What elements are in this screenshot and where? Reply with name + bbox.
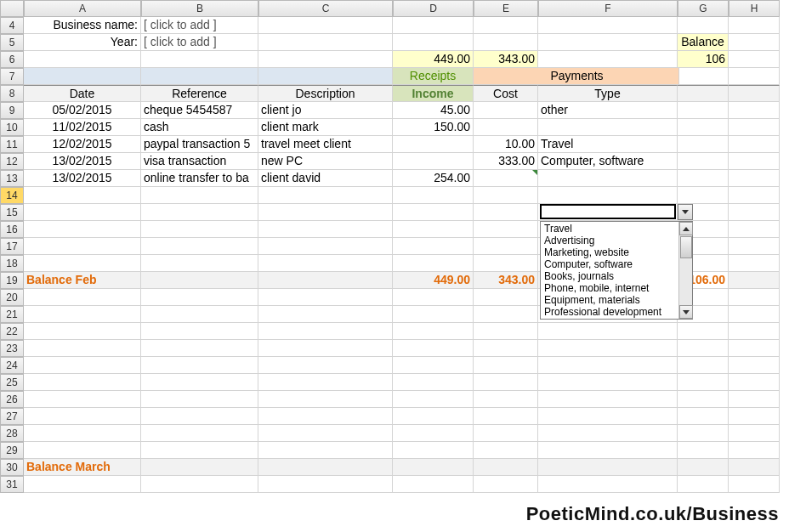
cell-C29[interactable] <box>258 442 393 459</box>
column-header-A[interactable]: A <box>24 0 141 17</box>
cell-B17[interactable] <box>141 238 258 255</box>
row-header-21[interactable]: 21 <box>0 306 24 323</box>
cell-H6[interactable] <box>729 51 780 68</box>
dropdown-option[interactable]: Equipment, materials <box>541 294 692 306</box>
cell-E24[interactable] <box>474 357 538 374</box>
cell-H19[interactable] <box>729 272 780 289</box>
cell-A8[interactable]: Date <box>24 85 141 102</box>
row-header-12[interactable]: 12 <box>0 153 24 170</box>
cell-H30[interactable] <box>729 459 780 476</box>
cell-D20[interactable] <box>393 289 474 306</box>
cell-D31[interactable] <box>393 476 474 493</box>
row-header-30[interactable]: 30 <box>0 459 24 476</box>
cell-G9[interactable] <box>678 102 729 119</box>
cell-F27[interactable] <box>538 408 678 425</box>
cell-C6[interactable] <box>258 51 393 68</box>
cell-B9[interactable]: cheque 5454587 <box>141 102 258 119</box>
cell-C20[interactable] <box>258 289 393 306</box>
cell-C5[interactable] <box>258 34 393 51</box>
cell-B12[interactable]: visa transaction <box>141 153 258 170</box>
cell-G24[interactable] <box>678 357 729 374</box>
cell-C31[interactable] <box>258 476 393 493</box>
cell-H21[interactable] <box>729 306 780 323</box>
cell-C17[interactable] <box>258 238 393 255</box>
cell-G23[interactable] <box>678 340 729 357</box>
scroll-down-icon[interactable] <box>679 305 693 319</box>
cell-G11[interactable] <box>678 136 729 153</box>
cell-C11[interactable]: travel meet client <box>258 136 393 153</box>
cell-B15[interactable] <box>141 204 258 221</box>
cell-C26[interactable] <box>258 391 393 408</box>
cell-F22[interactable] <box>538 323 678 340</box>
cell-C12[interactable]: new PC <box>258 153 393 170</box>
cell-F26[interactable] <box>538 391 678 408</box>
cell-B25[interactable] <box>141 374 258 391</box>
cell-C4[interactable] <box>258 17 393 34</box>
cell-E21[interactable] <box>474 306 538 323</box>
active-cell-selection[interactable] <box>540 204 676 219</box>
cell-B18[interactable] <box>141 255 258 272</box>
cell-C9[interactable]: client jo <box>258 102 393 119</box>
cell-A17[interactable] <box>24 238 141 255</box>
cell-E19[interactable]: 343.00 <box>474 272 538 289</box>
cell-C8[interactable]: Description <box>258 85 393 102</box>
cell-E23[interactable] <box>474 340 538 357</box>
cell-D28[interactable] <box>393 425 474 442</box>
cell-D8[interactable]: Income <box>393 85 474 102</box>
scroll-thumb[interactable] <box>680 236 692 258</box>
row-header-16[interactable]: 16 <box>0 221 24 238</box>
cell-E20[interactable] <box>474 289 538 306</box>
cell-G12[interactable] <box>678 153 729 170</box>
dropdown-option[interactable]: Computer, software <box>541 258 692 270</box>
cell-C22[interactable] <box>258 323 393 340</box>
cell-F30[interactable] <box>538 459 678 476</box>
cell-G26[interactable] <box>678 391 729 408</box>
cell-B30[interactable] <box>141 459 258 476</box>
cell-F14[interactable] <box>538 187 678 204</box>
cell-E27[interactable] <box>474 408 538 425</box>
data-validation-dropdown-list[interactable]: Travel Advertising Marketing, website Co… <box>540 221 693 320</box>
column-header-B[interactable]: B <box>141 0 258 17</box>
cell-H4[interactable] <box>729 17 780 34</box>
row-header-7[interactable]: 7 <box>0 68 24 85</box>
cell-C24[interactable] <box>258 357 393 374</box>
cell-H29[interactable] <box>729 442 780 459</box>
cell-A20[interactable] <box>24 289 141 306</box>
cell-H26[interactable] <box>729 391 780 408</box>
row-header-26[interactable]: 26 <box>0 391 24 408</box>
cell-A5[interactable]: Year: <box>24 34 141 51</box>
cell-H12[interactable] <box>729 153 780 170</box>
row-header-18[interactable]: 18 <box>0 255 24 272</box>
dropdown-option[interactable]: Travel <box>541 223 692 235</box>
cell-F28[interactable] <box>538 425 678 442</box>
cell-H25[interactable] <box>729 374 780 391</box>
cell-G22[interactable] <box>678 323 729 340</box>
scroll-up-icon[interactable] <box>679 222 693 235</box>
cell-B4[interactable]: [ click to add ] <box>141 17 258 34</box>
dropdown-option[interactable]: Professional development <box>541 306 692 318</box>
cell-C10[interactable]: client mark <box>258 119 393 136</box>
cell-F11[interactable]: Travel <box>538 136 678 153</box>
cell-C23[interactable] <box>258 340 393 357</box>
cell-F13[interactable] <box>538 170 678 187</box>
cell-E6[interactable]: 343.00 <box>474 51 538 68</box>
dropdown-option[interactable]: Advertising <box>541 235 692 246</box>
row-header-5[interactable]: 5 <box>0 34 24 51</box>
cell-E22[interactable] <box>474 323 538 340</box>
cell-A11[interactable]: 12/02/2015 <box>24 136 141 153</box>
cell-D12[interactable] <box>393 153 474 170</box>
dropdown-option[interactable]: Books, journals <box>541 270 692 282</box>
cell-H13[interactable] <box>729 170 780 187</box>
select-all-corner[interactable] <box>0 0 24 17</box>
row-header-24[interactable]: 24 <box>0 357 24 374</box>
cell-D18[interactable] <box>393 255 474 272</box>
cell-G25[interactable] <box>678 374 729 391</box>
cell-G27[interactable] <box>678 408 729 425</box>
cell-G10[interactable] <box>678 119 729 136</box>
cell-G5[interactable]: Balance <box>678 34 729 51</box>
cell-H11[interactable] <box>729 136 780 153</box>
cell-B31[interactable] <box>141 476 258 493</box>
cell-A22[interactable] <box>24 323 141 340</box>
row-header-17[interactable]: 17 <box>0 238 24 255</box>
cell-C21[interactable] <box>258 306 393 323</box>
